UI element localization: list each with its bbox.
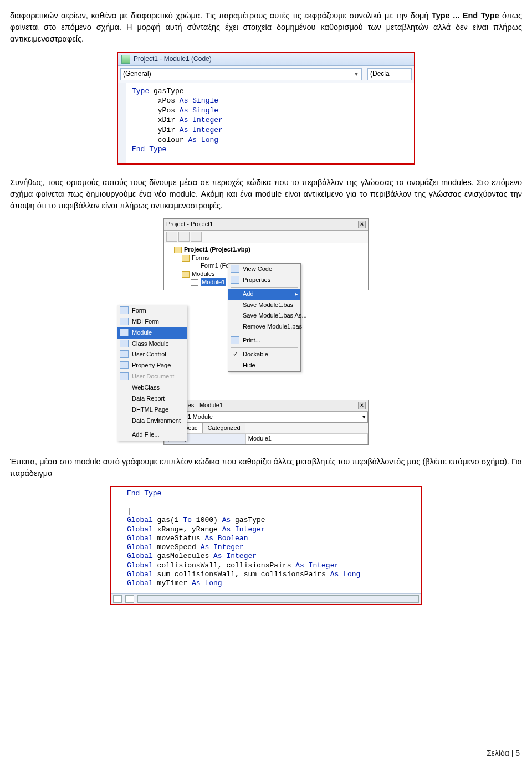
form-icon (120, 306, 129, 314)
properties-panel: Properties - Module1 × Module1 Module1 M… (163, 400, 369, 445)
paragraph-3: Έπειτα, μέσα στο module αυτό γράφουμε επ… (10, 456, 522, 479)
menu-dockable[interactable]: ✓Dockable (228, 349, 300, 360)
project-figure: Project - Project1 × Project1 (Project1.… (163, 218, 369, 446)
menu-add-class-module[interactable]: Class Module (117, 339, 187, 350)
tree-modules: Modules (192, 270, 215, 277)
vb-code-window: Project1 - Module1 (Code) (General) ▼ (D… (117, 52, 415, 165)
prop-name-value[interactable]: Module1 (245, 433, 367, 444)
close-icon[interactable]: × (358, 402, 366, 409)
project-panel: Project - Project1 × Project1 (Project1.… (163, 218, 369, 290)
menu-add-data-report[interactable]: Data Report (117, 393, 187, 404)
module-icon (191, 279, 198, 286)
folder-icon (182, 255, 190, 262)
tree-root: Project1 (Project1.vbp) (184, 246, 250, 253)
toggle-folders-button[interactable] (191, 232, 202, 242)
menu-add[interactable]: Add▸ (228, 289, 300, 300)
menu-remove-module[interactable]: Remove Module1.bas (228, 321, 300, 332)
menu-add-mdi-form[interactable]: MDI Form (117, 316, 187, 327)
proc-dropdown-value: (Decla (370, 69, 390, 79)
tree-module1[interactable]: Module1 (201, 278, 226, 286)
menu-add-dhtml-page[interactable]: DHTML Page (117, 404, 187, 416)
form-icon (191, 263, 198, 269)
vb-title-bar: Project1 - Module1 (Code) (118, 53, 414, 66)
form-icon (121, 55, 130, 64)
object-dropdown[interactable]: (General) ▼ (120, 68, 362, 80)
paragraph-1: διαφορετικών αερίων, καθένα με διαφορετι… (10, 10, 522, 45)
project-toolbar (164, 231, 368, 243)
check-icon: ✓ (233, 350, 238, 359)
p1-bold: Type ... End Type (432, 11, 499, 20)
print-icon (231, 336, 239, 344)
mdi-form-icon (120, 318, 129, 325)
menu-hide[interactable]: Hide (228, 360, 300, 371)
chevron-down-icon: ▼ (354, 70, 359, 79)
paragraph-2: Συνήθως, τους ορισμούς αυτούς τους δίνου… (10, 177, 522, 212)
menu-add-module[interactable]: Module (117, 327, 187, 339)
menu-add-property-page[interactable]: Property Page (117, 360, 187, 371)
class-module-icon (120, 340, 129, 347)
menu-properties[interactable]: Properties (228, 275, 300, 286)
view-object-button[interactable] (178, 232, 190, 242)
tree-forms: Forms (192, 254, 209, 261)
proc-dropdown[interactable]: (Decla (367, 68, 412, 80)
context-menu[interactable]: View Code Properties Add▸ Save Module1.b… (228, 263, 301, 372)
code-area[interactable]: Type gasType xPos As Single yPos As Sing… (126, 83, 228, 163)
user-document-icon (120, 372, 129, 380)
chevron-down-icon: ▾ (362, 413, 366, 422)
object-dropdown-value: (General) (123, 69, 151, 79)
menu-add-user-control[interactable]: User Control (117, 349, 187, 360)
module-icon (120, 329, 129, 336)
folder-icon (182, 271, 190, 278)
properties-object-combo[interactable]: Module1 Module1 ModuleModule ▾ (164, 412, 368, 423)
menu-add-form[interactable]: Form (117, 305, 187, 316)
globals-code-window: End Type | Global gas(1 To 1000) As gasT… (110, 486, 422, 606)
p1-a: διαφορετικών αερίων, καθένα με διαφορετι… (10, 11, 432, 20)
project-panel-title: Project - Project1 (166, 220, 213, 229)
procedure-view-button[interactable] (125, 595, 134, 603)
view-code-icon (231, 265, 239, 273)
horizontal-scrollbar[interactable] (137, 595, 419, 603)
menu-add-data-environment[interactable]: Data Environment (117, 416, 187, 427)
view-code-button[interactable] (166, 232, 177, 242)
add-submenu[interactable]: Form MDI Form Module Class Module User C… (117, 305, 187, 441)
menu-print[interactable]: Print... (228, 335, 300, 346)
menu-add-user-document: User Document (117, 371, 187, 382)
menu-view-code[interactable]: View Code (228, 264, 300, 275)
close-icon[interactable]: × (358, 221, 366, 228)
menu-add-webclass[interactable]: WebClass (117, 382, 187, 393)
menu-save-module[interactable]: Save Module1.bas (228, 300, 300, 311)
properties-icon (231, 276, 239, 284)
menu-save-module-as[interactable]: Save Module1.bas As... (228, 310, 300, 321)
chevron-right-icon: ▸ (295, 290, 298, 299)
project-icon (174, 247, 182, 253)
code-gutter (118, 83, 126, 163)
vb-title: Project1 - Module1 (Code) (134, 54, 212, 64)
user-control-icon (120, 350, 129, 358)
tab-categorized[interactable]: Categorized (202, 423, 245, 433)
full-module-view-button[interactable] (113, 595, 122, 603)
properties-grid[interactable]: (Name) Module1 (164, 433, 368, 444)
menu-add-file[interactable]: Add File... (117, 429, 187, 441)
property-page-icon (120, 361, 129, 369)
globals-code[interactable]: End Type | Global gas(1 To 1000) As gasT… (119, 487, 421, 594)
